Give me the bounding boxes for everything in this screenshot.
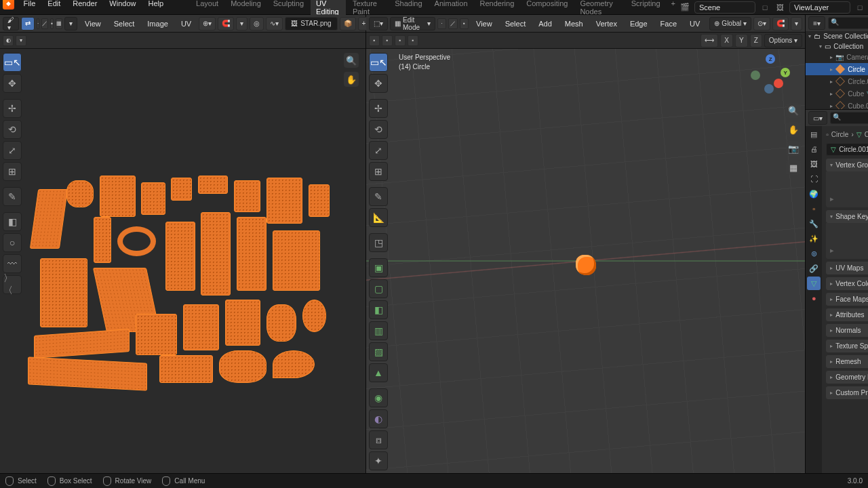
axis-neg-z[interactable] bbox=[764, 84, 774, 94]
tool-smooth[interactable]: ◐ bbox=[369, 409, 388, 428]
mirror-x[interactable]: X bbox=[720, 34, 733, 47]
ptab-constraint[interactable]: 🔗 bbox=[807, 262, 821, 275]
mirror-z[interactable]: Z bbox=[750, 34, 762, 47]
uv-pan-icon[interactable]: ✋ bbox=[344, 72, 359, 87]
uv-menu-image[interactable]: Image bbox=[142, 18, 174, 30]
viewlayer-name-input[interactable] bbox=[789, 1, 850, 14]
tool-annotate[interactable]: ✎ bbox=[3, 187, 22, 206]
axis-z[interactable]: Z bbox=[766, 54, 775, 64]
zoom-icon[interactable]: 🔍 bbox=[786, 103, 801, 118]
uv-sel-edge[interactable]: ／ bbox=[41, 18, 48, 29]
blender-logo-icon[interactable]: ◆ bbox=[3, 0, 14, 9]
axis-y[interactable]: Y bbox=[781, 68, 790, 77]
panel-normals[interactable]: ▸Normals bbox=[826, 324, 868, 337]
uv-sticky-dropdown[interactable]: ▾ bbox=[64, 17, 77, 30]
tool-scale[interactable]: ⤢ bbox=[3, 141, 22, 160]
viewlayer-browse-icon[interactable]: 🖼 bbox=[774, 2, 785, 13]
uv-snap-dropdown[interactable]: ▾ bbox=[236, 17, 248, 30]
tool-transform[interactable]: ⊞ bbox=[3, 162, 22, 181]
tool-spin[interactable]: ◉ bbox=[369, 388, 388, 407]
v3d-menu-add[interactable]: Add bbox=[533, 18, 557, 30]
v3d-menu-uv[interactable]: UV bbox=[684, 18, 705, 30]
tool-relax[interactable]: 〰 bbox=[3, 254, 22, 273]
tool-tweak[interactable]: ▭↖ bbox=[3, 53, 22, 72]
mesh-object[interactable] bbox=[576, 255, 596, 275]
ptab-data[interactable]: ▽ bbox=[807, 277, 821, 290]
props-display-dropdown[interactable]: ▭▾ bbox=[808, 111, 827, 125]
options-dropdown[interactable]: Options ▾ bbox=[764, 34, 802, 47]
tool-inset[interactable]: ▢ bbox=[369, 279, 388, 298]
uv-sel-vert[interactable]: · bbox=[37, 18, 39, 29]
panel-shape-keys[interactable]: ▾Shape Keys bbox=[826, 210, 868, 223]
sel-vert[interactable]: · bbox=[437, 18, 446, 29]
scene-browse-icon[interactable]: 🎬 bbox=[679, 2, 690, 13]
tool-bevel[interactable]: ◧ bbox=[369, 300, 388, 319]
v3d-menu-view[interactable]: View bbox=[471, 18, 498, 30]
ptab-physics[interactable]: ⊚ bbox=[807, 247, 821, 260]
panel-attributes[interactable]: ▸Attributes bbox=[826, 308, 868, 321]
image-unpack-button[interactable]: 📦 bbox=[340, 17, 356, 30]
mesh-sel-1[interactable]: ▪ bbox=[369, 35, 380, 46]
uv-overlay-opts[interactable]: ▾ bbox=[16, 35, 26, 46]
disclosure-icon[interactable]: ▸ bbox=[830, 66, 833, 73]
tool-loop-cut[interactable]: ▥ bbox=[369, 321, 388, 340]
view3d-editor-type-dropdown[interactable]: ⬚▾ bbox=[369, 17, 388, 30]
perspective-icon[interactable]: ▦ bbox=[786, 160, 801, 175]
disclosure-icon[interactable]: ▸ bbox=[830, 54, 833, 60]
tool-poly-build[interactable]: ▲ bbox=[369, 363, 388, 382]
ptab-particle[interactable]: ✨ bbox=[807, 232, 821, 245]
snap-dropdown[interactable]: ▾ bbox=[791, 17, 802, 30]
scene-name-input[interactable] bbox=[694, 1, 755, 14]
tool-pinch[interactable]: 〉〈 bbox=[3, 275, 22, 294]
outliner-item-cube[interactable]: ▸ Cube ▽ 👁📷 bbox=[806, 87, 868, 100]
v3d-menu-select[interactable]: Select bbox=[500, 18, 532, 30]
uv-falloff-dropdown[interactable]: ∿▾ bbox=[266, 17, 283, 30]
panel-vertex-groups[interactable]: ▾Vertex Groups bbox=[826, 159, 868, 171]
tool-transform-3d[interactable]: ⊞ bbox=[369, 162, 388, 181]
nav-gizmo[interactable]: Z Y bbox=[751, 54, 791, 95]
tool-annotate-3d[interactable]: ✎ bbox=[369, 187, 388, 206]
pivot-dropdown[interactable]: ⊙▾ bbox=[753, 17, 770, 30]
v3d-menu-face[interactable]: Face bbox=[655, 18, 682, 30]
uv-islands[interactable] bbox=[34, 171, 332, 401]
uv-sel-island[interactable]: ▦ bbox=[56, 18, 62, 29]
uv-menu-view[interactable]: View bbox=[79, 18, 106, 30]
tool-move[interactable]: ✢ bbox=[3, 99, 22, 118]
uv-zoom-icon[interactable]: 🔍 bbox=[344, 53, 359, 68]
ptab-object[interactable]: ▫ bbox=[807, 202, 821, 216]
pan-icon[interactable]: ✋ bbox=[786, 122, 801, 137]
tool-rotate-3d[interactable]: ⟲ bbox=[369, 120, 388, 139]
outliner-type-dropdown[interactable]: ≡▾ bbox=[808, 16, 825, 30]
mode-dropdown[interactable]: ▦Edit Mode ▾ bbox=[390, 17, 435, 30]
v3d-menu-mesh[interactable]: Mesh bbox=[559, 18, 589, 30]
disclosure-icon[interactable]: ▸ bbox=[830, 91, 833, 97]
tool-rotate[interactable]: ⟲ bbox=[3, 120, 22, 139]
ptab-scene[interactable]: ⛶ bbox=[807, 172, 821, 186]
uv-proportional-button[interactable]: ◎ bbox=[250, 17, 264, 30]
view3d-viewport[interactable]: ▭↖ ✥ ✢ ⟲ ⤢ ⊞ ✎ 📐 ◳ ▣ ▢ ◧ ▥ ▨ ▲ ◉ ◐ ⧈ ✦ ▱ bbox=[366, 49, 805, 473]
panel-geometry-data[interactable]: ▸Geometry Data bbox=[826, 371, 868, 384]
tool-scale-3d[interactable]: ⤢ bbox=[369, 141, 388, 160]
ptab-viewlayer[interactable]: 🖼 bbox=[807, 157, 821, 171]
disclosure-icon[interactable]: ▾ bbox=[808, 33, 811, 39]
panel-remesh[interactable]: ▸Remesh bbox=[826, 355, 868, 368]
panel-face-maps[interactable]: ▸Face Maps bbox=[826, 293, 868, 306]
uv-editor-type-dropdown[interactable]: 🖌▾ bbox=[3, 17, 19, 30]
ptab-material[interactable]: ● bbox=[807, 291, 821, 305]
mesh-name-field[interactable]: ▽ Circle.001 🛡 bbox=[826, 143, 868, 156]
tool-knife[interactable]: ▨ bbox=[369, 342, 388, 361]
tool-edge-slide[interactable]: ⧈ bbox=[369, 430, 388, 449]
uv-snap-button[interactable]: 🧲 bbox=[218, 17, 234, 30]
v3d-menu-edge[interactable]: Edge bbox=[625, 18, 653, 30]
tool-measure[interactable]: 📐 bbox=[369, 208, 388, 227]
outliner-item-circle001[interactable]: ▸ Circle.001 ▽ 👁📷 bbox=[806, 75, 868, 87]
uv-sel-face[interactable]: ▪ bbox=[50, 18, 54, 29]
outliner-collection[interactable]: ▾ ▭ Collection ☑👁📷 bbox=[806, 41, 868, 52]
tool-move-3d[interactable]: ✢ bbox=[369, 99, 388, 118]
ptab-output[interactable]: 🖨 bbox=[807, 142, 821, 156]
v3d-menu-vertex[interactable]: Vertex bbox=[591, 18, 623, 30]
panel-texture-space[interactable]: ▸Texture Space bbox=[826, 340, 868, 352]
scene-new-icon[interactable]: □ bbox=[760, 2, 770, 13]
ptab-world[interactable]: 🌍 bbox=[807, 187, 821, 201]
uv-viewport[interactable]: ▭↖ ✥ ✢ ⟲ ⤢ ⊞ ✎ ◧ ○ 〰 〉〈 🔍 ✋ bbox=[0, 49, 366, 473]
